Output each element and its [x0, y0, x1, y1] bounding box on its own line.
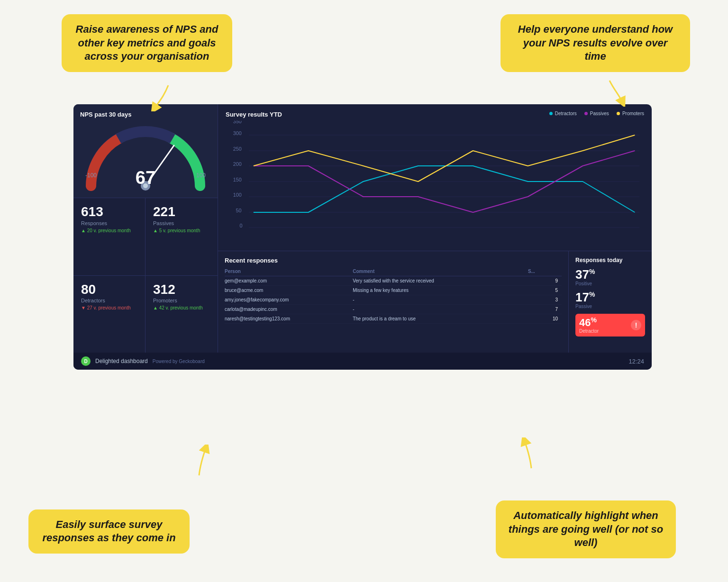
footer-powered: Powered by Geckoboard [153, 359, 205, 364]
callout-bottom-left: Easily surface survey responses as they … [28, 509, 190, 554]
stat-label: Detractors [81, 298, 137, 303]
col-comment-header: Comment [353, 268, 528, 276]
legend-item: Promoters [617, 111, 644, 116]
footer-app-name: Delighted dashboard [95, 358, 148, 364]
today-metric-label: Positive [575, 281, 645, 286]
gauge-value: 67 [136, 168, 155, 188]
gauge-section: NPS past 30 days [73, 104, 218, 198]
legend-dot [617, 112, 620, 115]
stat-change: ▲ 20 v. previous month [81, 228, 137, 233]
today-metric: 17% Passive [575, 291, 645, 309]
legend-label: Promoters [622, 111, 644, 116]
gauge-title: NPS past 30 days [80, 111, 211, 118]
stat-cell: 221 Passives ▲ 5 v. previous month [146, 198, 218, 276]
cell-score: 7 [528, 305, 562, 314]
svg-text:100: 100 [233, 192, 242, 198]
cell-person: amy.jones@fakecompany.com [225, 295, 353, 305]
today-metric-value: 46% [579, 317, 599, 328]
cell-comment: The product is a dream to use [353, 314, 528, 324]
stat-change: ▲ 5 v. previous month [153, 228, 210, 233]
legend-dot [549, 112, 553, 115]
stats-grid: 613 Responses ▲ 20 v. previous month 221… [73, 198, 218, 353]
svg-text:200: 200 [233, 161, 242, 167]
stat-change: ▲ 42 v. previous month [153, 305, 210, 310]
today-metric: 46% Detractor ! [575, 314, 645, 336]
table-row: naresh@testingtesting123.com The product… [225, 314, 562, 324]
cell-comment: - [353, 305, 528, 314]
stat-number: 221 [153, 205, 210, 219]
stat-number: 613 [81, 205, 137, 219]
table-row: carlota@madeupinc.com - 7 [225, 305, 562, 314]
arrow-bl-icon [185, 445, 213, 478]
today-title: Responses today [575, 257, 645, 264]
chart-title: Survey results YTD [226, 111, 282, 118]
gauge-max: 100 [196, 172, 206, 179]
cell-person: bruce@acme.com [225, 286, 353, 295]
arrow-tr-icon [591, 78, 628, 107]
dashboard-footer: D Delighted dashboard Powered by Geckobo… [73, 353, 652, 370]
svg-text:150: 150 [233, 177, 242, 182]
cell-person: carlota@madeupinc.com [225, 305, 353, 314]
cell-comment: Missing a few key features [353, 286, 528, 295]
gauge-min: -100 [85, 172, 97, 179]
stat-label: Responses [81, 220, 137, 226]
footer-logo: D [81, 356, 91, 366]
svg-text:250: 250 [233, 146, 242, 152]
stat-cell: 613 Responses ▲ 20 v. previous month [73, 198, 146, 276]
chart-area: 0 50 100 150 200 250 300 350 [226, 121, 644, 230]
footer-time: 12:24 [628, 358, 644, 365]
svg-text:300: 300 [233, 130, 242, 136]
cell-score: 5 [528, 286, 562, 295]
svg-text:0: 0 [239, 223, 242, 228]
responses-today-section: Responses today 37% Positive 17% Passive… [569, 251, 652, 353]
footer-left: D Delighted dashboard Powered by Geckobo… [81, 356, 205, 366]
legend-label: Detractors [555, 111, 577, 116]
dashboard-body: NPS past 30 days [73, 104, 652, 353]
responses-table: Person Comment S... gem@example.com Very… [225, 268, 562, 324]
stat-cell: 312 Promoters ▲ 42 v. previous month [146, 276, 218, 353]
gauge-container: -100 100 67 [82, 122, 209, 193]
table-row: gem@example.com Very satisfied with the … [225, 276, 562, 286]
responses-section: Recent responses Person Comment S... gem… [218, 251, 569, 353]
callout-top-left: Raise awareness of NPS and other key met… [62, 14, 232, 72]
cell-person: gem@example.com [225, 276, 353, 286]
today-metric-label: Detractor [579, 328, 599, 334]
responses-title: Recent responses [225, 257, 562, 264]
cell-score: 9 [528, 276, 562, 286]
stat-number: 80 [81, 282, 137, 297]
svg-text:350: 350 [233, 121, 242, 124]
stat-change: ▼ 27 v. previous month [81, 305, 137, 310]
chart-svg: 0 50 100 150 200 250 300 350 [226, 121, 644, 230]
legend-item: Passives [584, 111, 609, 116]
legend-label: Passives [590, 111, 609, 116]
stat-label: Passives [153, 220, 210, 226]
cell-comment: - [353, 295, 528, 305]
cell-score: 10 [528, 314, 562, 324]
col-score-header: S... [528, 268, 562, 276]
cell-score: 3 [528, 295, 562, 305]
today-metric-value: 37% [575, 268, 645, 281]
arrow-br-icon [517, 437, 546, 471]
svg-text:50: 50 [236, 208, 242, 213]
table-row: bruce@acme.com Missing a few key feature… [225, 286, 562, 295]
chart-legend: DetractorsPassivesPromoters [549, 111, 644, 116]
left-panel: NPS past 30 days [73, 104, 218, 353]
today-metric-label: Passive [575, 304, 645, 309]
callout-top-right: Help everyone understand how your NPS re… [500, 14, 690, 72]
today-metric-value: 17% [575, 291, 645, 303]
right-panel: Survey results YTD DetractorsPassivesPro… [218, 104, 652, 353]
stat-label: Promoters [153, 298, 210, 303]
stat-number: 312 [153, 282, 210, 297]
legend-dot [584, 112, 588, 115]
table-row: amy.jones@fakecompany.com - 3 [225, 295, 562, 305]
today-metric: 37% Positive [575, 268, 645, 286]
legend-item: Detractors [549, 111, 577, 116]
stat-cell: 80 Detractors ▼ 27 v. previous month [73, 276, 146, 353]
cell-comment: Very satisfied with the service received [353, 276, 528, 286]
col-person-header: Person [225, 268, 353, 276]
callout-bottom-right: Automatically highlight when things are … [496, 500, 676, 558]
alert-icon: ! [631, 320, 641, 330]
cell-person: naresh@testingtesting123.com [225, 314, 353, 324]
chart-section: Survey results YTD DetractorsPassivesPro… [218, 104, 652, 251]
arrow-tl-icon [149, 83, 187, 111]
